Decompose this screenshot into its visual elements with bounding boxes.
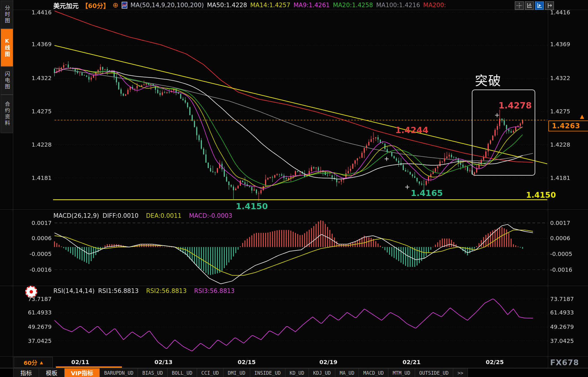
- period-label: 【60分】: [82, 1, 110, 10]
- axis-scale-icon[interactable]: [525, 1, 534, 10]
- auto-fit-icon[interactable]: [535, 1, 544, 10]
- swing-low-label: 1.4165: [411, 188, 443, 198]
- crosshair-move-icon[interactable]: [515, 1, 524, 10]
- tabbar-spacer: [0, 368, 13, 377]
- date-tick: 02/25: [480, 359, 509, 366]
- price-tick-left: 1.4369: [24, 41, 52, 48]
- macd-header: MACD(26,12,9) DIFF:0.0010 DEA:0.0011 MAC…: [53, 212, 232, 219]
- ma200-value: MA200:: [423, 2, 446, 9]
- shift-chart-icon[interactable]: [545, 1, 554, 10]
- indicator-tabbar: 指标 模板 VIP指标 BARUPDN_UD BIAS_UD BOLL_UD C…: [0, 368, 588, 377]
- macd-tick-left: -0.0016: [24, 266, 52, 273]
- date-tick: 02/19: [314, 359, 343, 366]
- price-tick-left: 1.4275: [24, 108, 52, 115]
- tab-kd[interactable]: KD_UD: [285, 368, 309, 377]
- price-tick-right: 1.4275: [550, 108, 584, 115]
- rsi-header: RSI(14,14,14) RSI1:56.8813 RSI2:56.8813 …: [53, 287, 235, 294]
- tab-barupdn[interactable]: BARUPDN_UD: [100, 368, 138, 377]
- scrollbar-thumb[interactable]: [56, 366, 122, 368]
- macd-tick-right: 0.0006: [550, 235, 584, 242]
- rsi-tick-left: 37.0425: [24, 337, 52, 344]
- chevron-up-icon: ▲: [40, 360, 43, 365]
- watermark: FX678: [550, 358, 579, 367]
- tab-outside[interactable]: OUTSIDE_UD: [415, 368, 453, 377]
- rsi-name: RSI(14,14,14): [53, 287, 95, 294]
- tab-indicators[interactable]: 指标: [13, 368, 39, 377]
- tab-kdj[interactable]: KDJ_UD: [309, 368, 335, 377]
- price-tick-right: 1.4416: [550, 9, 584, 16]
- tab-templates[interactable]: 模板: [39, 368, 65, 377]
- period-selector-label: 60分: [24, 358, 37, 367]
- macd-tick-left: -0.0005: [24, 250, 52, 257]
- symbol-title: 美元加元: [53, 1, 79, 10]
- breakout-label: 突破: [475, 71, 501, 89]
- sidebar-item-timeline-chart[interactable]: 分时图: [1, 1, 13, 29]
- tab-cci[interactable]: CCI_UD: [197, 368, 223, 377]
- indicator-doc-icon[interactable]: [122, 2, 127, 9]
- rsi-tick-right: 61.4933: [550, 309, 584, 316]
- rsi-tick-left: 61.4933: [24, 309, 52, 316]
- rsi-tick-right: 37.0425: [550, 337, 584, 344]
- tab-mtm[interactable]: MTM_UD: [388, 368, 415, 377]
- ma20-value: MA20:1.4258: [333, 2, 373, 9]
- support-label-right: 1.4150: [526, 191, 556, 199]
- rsi3-value: RSI3:56.8813: [194, 287, 235, 294]
- ma50-value: MA50:1.4228: [207, 2, 247, 9]
- macd-tick-right: -0.0016: [550, 266, 584, 273]
- ma200-level-label: 1.4244: [395, 125, 429, 135]
- date-tick: 02/13: [149, 359, 178, 366]
- tab-boll[interactable]: BOLL_UD: [168, 368, 197, 377]
- rsi-tick-left: 73.7187: [24, 296, 52, 302]
- add-circle-icon[interactable]: ⊕: [113, 2, 118, 9]
- sidebar-item-candle-chart[interactable]: K线图: [1, 29, 13, 67]
- sidebar-item-contract-info[interactable]: 合约资料: [1, 95, 13, 133]
- date-tick: 02/21: [397, 359, 426, 366]
- price-tick-left: 1.4416: [24, 9, 52, 16]
- tab-dmi[interactable]: DMI_UD: [223, 368, 250, 377]
- ma14-value: MA14:1.4257: [250, 2, 290, 9]
- date-tick: 02/15: [232, 359, 261, 366]
- support-label-left: 1.4150: [236, 201, 268, 211]
- macd-tick-right: 0.0017: [550, 219, 584, 226]
- tab-inside[interactable]: INSIDE_UD: [250, 368, 285, 377]
- rsi2-value: RSI2:56.8813: [146, 287, 186, 294]
- rsi-tick-right: 73.7187: [550, 296, 584, 302]
- chart-toolbar: [515, 1, 554, 10]
- macd-name: MACD(26,12,9): [53, 212, 99, 219]
- scroll-up-icon[interactable]: ▲: [580, 113, 584, 119]
- ma-settings-label: MA(50,14,9,20,100,200): [131, 2, 204, 9]
- tab-vip-indicators[interactable]: VIP指标: [65, 368, 100, 377]
- ma100-value: MA100:1.4216: [376, 2, 420, 9]
- price-tick-right: 1.4322: [550, 75, 584, 81]
- macd-hist-value: MACD:-0.0003: [189, 212, 232, 219]
- last-price-tag: 1.4263: [548, 121, 588, 131]
- rsi-tick-right: 49.2679: [550, 323, 584, 330]
- swing-high-label: 1.4278: [499, 100, 532, 110]
- chart-canvas[interactable]: [0, 0, 588, 377]
- price-tick-left: 1.4322: [24, 75, 52, 81]
- tab-ma[interactable]: MA_UD: [335, 368, 359, 377]
- price-tick-left: 1.4228: [24, 141, 52, 148]
- macd-tick-left: 0.0006: [24, 235, 52, 242]
- last-price-value: 1.4263: [552, 122, 580, 130]
- price-tick-right: 1.4369: [550, 41, 584, 48]
- rsi-tick-left: 49.2679: [24, 323, 52, 330]
- period-selector[interactable]: 60分 ▲: [14, 357, 53, 368]
- price-tick-left: 1.4181: [24, 174, 52, 181]
- ma9-value: MA9:1.4261: [293, 2, 330, 9]
- trading-app: 分时图 K线图 闪电图 合约资料 美元加元 【60分】 ⊕ MA(50,14,9…: [0, 0, 588, 377]
- tab-bias[interactable]: BIAS_UD: [138, 368, 168, 377]
- price-tick-right: 1.4181: [550, 174, 584, 181]
- rsi1-value: RSI1:56.8813: [98, 287, 139, 294]
- macd-diff-value: DIFF:0.0010: [103, 212, 139, 219]
- tab-macd[interactable]: MACD_UD: [359, 368, 388, 377]
- macd-tick-left: 0.0017: [24, 219, 52, 226]
- date-tick: 02/11: [66, 359, 95, 366]
- price-tick-right: 1.4228: [550, 141, 584, 148]
- chart-header: 美元加元 【60分】 ⊕ MA(50,14,9,20,100,200) MA50…: [53, 1, 446, 9]
- macd-tick-right: -0.0005: [550, 250, 584, 257]
- sidebar-item-flash-chart[interactable]: 闪电图: [1, 67, 13, 95]
- tab-more[interactable]: >>: [453, 368, 468, 377]
- macd-dea-value: DEA:0.0011: [146, 212, 182, 219]
